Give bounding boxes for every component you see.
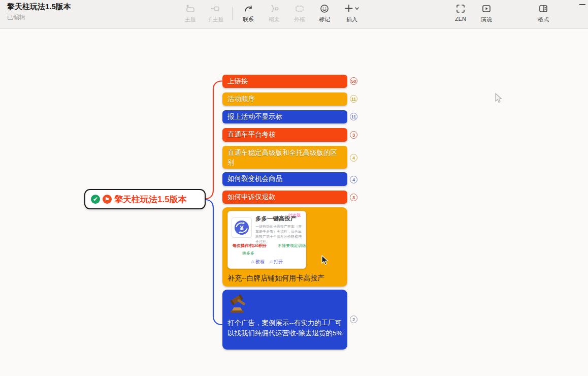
tool-present-label: 演说 [474,16,499,23]
tool-zen-label: ZEN [448,16,473,22]
branch-label: 如何申诉仅退款 [227,193,276,202]
topic-icon [178,3,203,15]
flag-marker-icon: ⚑ [103,195,112,204]
tool-topic-label: 主题 [178,16,203,23]
tool-topic[interactable]: 主题 [178,3,203,23]
format-panel-icon [531,3,556,15]
branch-node-version-difference[interactable]: 直通车稳定高级版和全托高级版的区别 [222,146,347,169]
branch-count-badge: 11 [350,95,357,103]
branch-node-supplement[interactable]: ¥ 多多一键高投产 计次版 一键自动化卡高投产开车（开车老手必看）全流程，适合出… [222,207,347,287]
product-tag: 计次版 [288,212,301,218]
house-icon: ⌂ [251,258,254,265]
branch-count-badge: 4 [350,176,357,183]
product-description: 一键自动化卡高投产开车（开车老手必看）全流程，适合出高投产第十个流程的价格梳理全… [255,224,302,245]
gavel-icon [228,294,249,317]
open-button[interactable]: ⌂ 打开 [270,258,283,265]
relation-icon [236,3,260,15]
tool-marker[interactable]: 标记 [312,3,337,23]
tool-boundary[interactable]: 外框 [287,3,312,23]
window-minimize-button[interactable] [579,4,585,5]
insert-icon [338,3,366,15]
branch-count-badge: 50 [350,77,357,85]
open-button-label: 打开 [274,259,283,265]
tool-summary[interactable]: 概要 [262,3,286,23]
branch-count-badge: 2 [350,316,357,323]
branch-label: 直通车平台考核 [227,130,276,140]
toolbar: 擎天柱玩法1.5版本 已编辑 主题 子主题 联系 [0,0,588,29]
tool-insert[interactable]: 插入 [338,3,366,23]
branch-count-badge: 3 [350,131,357,139]
tool-format-label: 格式 [531,16,556,23]
branch-node-split-products[interactable]: 如何裂变机会商品 [222,172,347,186]
branch-count-badge: 3 [350,194,357,201]
branch-count-badge: 4 [350,154,357,162]
tool-present[interactable]: 演说 [474,3,499,23]
branch-node-activity-order[interactable]: 活动顺序 [222,92,347,106]
document-status: 已编辑 [7,13,25,22]
tool-subtopic-label: 子主题 [203,16,227,23]
product-app-icon: ¥ [232,217,252,241]
branch-label: 如何裂变机会商品 [227,174,282,184]
tool-insert-label: 插入 [338,16,366,23]
branch-node-links[interactable]: 上链接 [222,75,347,88]
boundary-icon [287,3,312,15]
branch-node-platform-review[interactable]: 直通车平台考核 [222,128,347,142]
tool-relation[interactable]: 联系 [236,3,260,23]
branch-count-badge: 11 [350,113,357,120]
branch-label: 直通车稳定高级版和全托高级版的区别 [227,148,342,168]
branch-label: 报上活动不显示标 [227,112,282,122]
marker-icon [312,3,337,15]
branch-node-activity-no-tag[interactable]: 报上活动不显示标 [222,110,347,123]
presentation-icon [474,3,499,15]
zen-mode-icon [448,3,473,15]
tutorial-button[interactable]: ⌂ 教程 [251,258,265,265]
subtopic-icon [203,3,227,15]
task-done-marker-icon: ✔ [91,195,100,204]
embedded-product-card[interactable]: ¥ 多多一键高投产 计次版 一键自动化卡高投产开车（开车老手必看）全流程，适合出… [227,211,306,269]
branch-label: 打个广告，案例展示--有实力的工厂可以找我们纯佣代运营收-除去退货的5% [227,318,343,338]
tool-marker-label: 标记 [312,16,337,23]
tool-relation-label: 联系 [236,16,260,23]
branch-node-refund-appeal[interactable]: 如何申诉仅退款 [222,191,347,204]
toolbar-separator [232,7,233,20]
ghost-mouse-cursor [494,93,503,106]
root-topic-label: 擎天柱玩法1.5版本 [114,194,187,205]
tool-summary-label: 概要 [262,16,286,23]
tool-boundary-label: 外框 [287,16,312,23]
root-topic[interactable]: ✔ ⚑ 擎天柱玩法1.5版本 [84,189,206,209]
product-platform-text: 拼多多 [242,250,254,256]
document-title: 擎天柱玩法1.5版本 [7,2,71,12]
tool-subtopic[interactable]: 子主题 [203,3,227,23]
house-icon: ⌂ [270,258,273,265]
branch-label: 补充--白牌店铺如何用卡高投产 [227,273,343,284]
branch-label: 活动顺序 [227,95,255,104]
tool-zen[interactable]: ZEN [448,3,473,22]
summary-icon [262,3,286,15]
branch-label: 上链接 [227,77,248,86]
tool-format[interactable]: 格式 [531,3,556,23]
product-note-text: 不懂要领定训练 [278,243,306,248]
branch-node-advertisement[interactable]: 打个广告，案例展示--有实力的工厂可以找我们纯佣代运营收-除去退货的5% [222,290,347,350]
svg-text:¥: ¥ [240,224,244,232]
product-cost-text: 每次操作/扣20积分 [233,243,267,248]
tutorial-button-label: 教程 [255,259,265,265]
